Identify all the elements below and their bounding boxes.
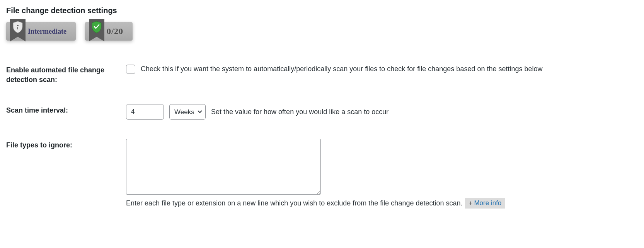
enable-scan-checkbox[interactable] [126,65,135,74]
scan-interval-input[interactable] [126,104,164,120]
enable-scan-description: Check this if you want the system to aut… [141,64,543,74]
scan-interval-row: Scan time interval: Weeks Set the value … [6,104,638,120]
scan-interval-label: Scan time interval: [6,104,126,115]
score-badge: 0/20 [85,22,133,41]
more-info-prefix: + [469,199,473,207]
more-info-toggle[interactable]: + More info [465,198,506,209]
badges-row: Intermediate 0/20 [6,22,638,41]
ignore-types-textarea[interactable] [126,139,321,195]
score-badge-label: 0/20 [107,26,123,36]
enable-scan-row: Enable automated file change detection s… [6,64,638,85]
level-badge-label: Intermediate [28,27,66,36]
svg-rect-1 [17,27,18,29]
level-badge: Intermediate [6,22,76,41]
more-info-label: More info [474,199,501,207]
svg-point-0 [17,25,19,26]
scan-interval-unit-select[interactable]: Weeks [169,104,206,120]
ignore-types-label: File types to ignore: [6,139,126,150]
page-title: File change detection settings [6,6,638,15]
shield-alert-icon [10,19,26,49]
shield-check-icon [89,19,104,49]
ignore-types-row: File types to ignore: Enter each file ty… [6,139,638,209]
scan-interval-description: Set the value for how often you would li… [211,107,388,117]
enable-scan-label: Enable automated file change detection s… [6,64,126,85]
ignore-types-help: Enter each file type or extension on a n… [126,198,463,209]
